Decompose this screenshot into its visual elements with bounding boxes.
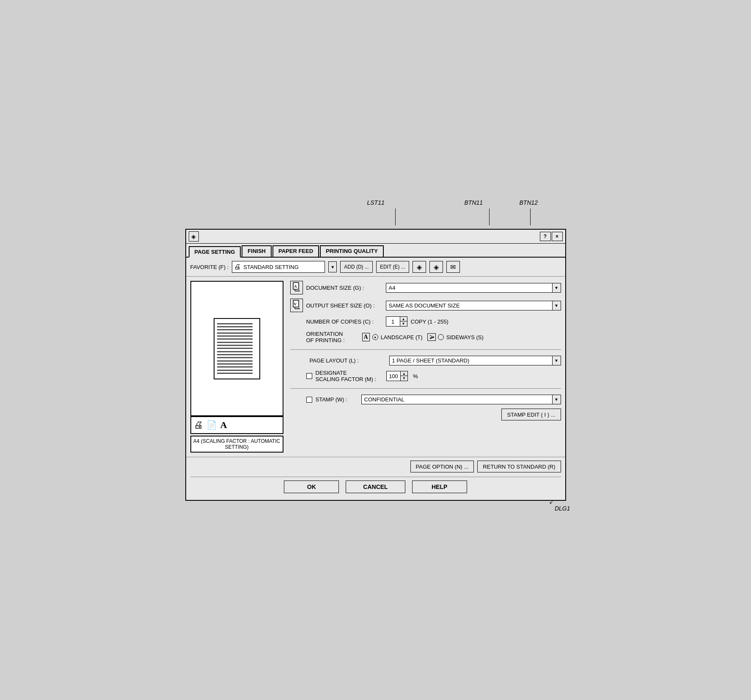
- favorite-label: FAVORITE (F) :: [190, 264, 229, 270]
- tab-printing-quality[interactable]: PRINTING QUALITY: [320, 245, 384, 257]
- ok-button[interactable]: OK: [284, 480, 339, 493]
- orientation-row: ORIENTATIONOF PRINTING : A LANDSCAPE (T)…: [290, 331, 561, 343]
- title-bar-left: ◈: [189, 231, 199, 242]
- return-standard-button[interactable]: RETURN TO STANDARD (R): [477, 461, 561, 472]
- output-sheet-label: OUTPUT SHEET SIZE (O) :: [306, 302, 382, 309]
- preview-info-text: A4 (SCALING FACTOR : AUTOMATIC SETTING): [190, 436, 283, 453]
- title-bar-right: ? ×: [540, 232, 563, 241]
- scaling-spin-up[interactable]: ▲: [401, 371, 407, 376]
- page-option-button[interactable]: PAGE OPTION (N) ...: [410, 461, 474, 472]
- scaling-spin-buttons[interactable]: ▲ ▼: [400, 371, 407, 381]
- orientation-label: ORIENTATIONOF PRINTING :: [306, 331, 357, 343]
- sideways-radio-group: A SIDEWAYS (S): [428, 333, 484, 341]
- page-layout-row: PAGE LAYOUT (L) : 1 PAGE / SHEET (STANDA…: [290, 356, 561, 365]
- dlg1-label: DLG1: [555, 505, 570, 512]
- scaling-row: DESIGNATESCALING FACTOR (M) : 100 ▲ ▼ %: [290, 370, 561, 382]
- btn11-label: BTN11: [465, 199, 483, 206]
- favorite-select[interactable]: 🖨 STANDARD SETTING: [232, 261, 325, 273]
- info-icons: 🖨 📄 A: [190, 416, 283, 434]
- document-size-value: A4: [386, 283, 552, 292]
- app-icon: ◈: [189, 231, 199, 242]
- scaling-spinner[interactable]: 100 ▲ ▼: [386, 371, 408, 381]
- settings-panel: A DOCUMENT SIZE (G) : A4 ▼: [290, 281, 561, 453]
- output-sheet-icon: A: [290, 299, 303, 312]
- close-button[interactable]: ×: [552, 232, 563, 241]
- document-size-row: A DOCUMENT SIZE (G) : A4 ▼: [290, 281, 561, 294]
- lst11-label: LST11: [367, 199, 385, 206]
- landscape-radio[interactable]: [372, 334, 378, 340]
- svg-marker-4: [299, 290, 300, 291]
- output-sheet-row: A OUTPUT SHEET SIZE (O) : SAME AS DOCUME…: [290, 299, 561, 312]
- tab-finish[interactable]: FINISH: [242, 245, 272, 257]
- edit-button[interactable]: EDIT (E) ...: [376, 261, 409, 273]
- dialog: ◈ ? × PAGE SETTING FINISH PAPER FEED PRI…: [185, 229, 566, 501]
- scaling-spin-down[interactable]: ▼: [401, 376, 407, 381]
- add-button[interactable]: ADD (D) ...: [340, 261, 373, 273]
- copies-label: NUMBER OF COPIES (C) :: [306, 318, 382, 325]
- copies-suffix: COPY (1 - 255): [411, 318, 448, 325]
- svg-text:A: A: [294, 284, 297, 288]
- copies-spin-buttons[interactable]: ▲ ▼: [400, 317, 407, 326]
- preview-box: [190, 281, 283, 416]
- stamp-value: CONFIDENTIAL: [362, 395, 552, 404]
- page-layout-value: 1 PAGE / SHEET (STANDARD): [390, 356, 552, 365]
- outer-wrapper: LST11 BTN11 BTN12 ◈ ? × PAGE SETTING FIN…: [185, 199, 566, 501]
- landscape-a-icon: A: [362, 333, 370, 341]
- dlg1-arrow: ↙: [549, 499, 553, 505]
- output-sheet-value: SAME AS DOCUMENT SIZE: [386, 301, 552, 310]
- tab-paper-feed[interactable]: PAPER FEED: [272, 245, 319, 257]
- copies-spin-up[interactable]: ▲: [400, 317, 407, 321]
- favorite-value: STANDARD SETTING: [243, 264, 323, 270]
- page-preview: [214, 318, 260, 379]
- copies-spin-down[interactable]: ▼: [400, 321, 407, 326]
- help-bottom-button[interactable]: HELP: [412, 480, 467, 493]
- copies-spinner[interactable]: 1 ▲ ▼: [386, 316, 407, 327]
- stamp-label: STAMP (W) :: [316, 396, 358, 403]
- stamp-select[interactable]: CONFIDENTIAL ▼: [361, 395, 561, 404]
- sideways-label: SIDEWAYS (S): [446, 334, 484, 340]
- bottom-area: PAGE OPTION (N) ... RETURN TO STANDARD (…: [186, 457, 565, 500]
- copies-value: 1: [386, 318, 400, 326]
- svg-marker-9: [299, 308, 300, 309]
- tab-page-setting[interactable]: PAGE SETTING: [189, 246, 241, 258]
- icon-btn-1[interactable]: ◈: [413, 261, 426, 273]
- favorite-printer-icon: 🖨: [234, 263, 241, 271]
- document-size-select[interactable]: A4 ▼: [386, 283, 561, 293]
- cancel-button[interactable]: CANCEL: [346, 480, 405, 493]
- stamp-checkbox[interactable]: [306, 397, 312, 403]
- output-sheet-select[interactable]: SAME AS DOCUMENT SIZE ▼: [386, 301, 561, 310]
- page-layout-label: PAGE LAYOUT (L) :: [310, 357, 386, 364]
- landscape-radio-group: A LANDSCAPE (T): [362, 333, 423, 341]
- favorite-row: FAVORITE (F) : 🖨 STANDARD SETTING ▼ ADD …: [186, 258, 565, 277]
- copies-row: NUMBER OF COPIES (C) : 1 ▲ ▼ COPY (1 - 2…: [290, 316, 561, 327]
- final-buttons: OK CANCEL HELP: [190, 477, 561, 497]
- favorite-dropdown-arrow[interactable]: ▼: [328, 261, 337, 272]
- divider-2: [290, 388, 561, 389]
- page-options-row: PAGE OPTION (N) ... RETURN TO STANDARD (…: [190, 461, 561, 472]
- stamp-edit-button[interactable]: STAMP EDIT ( I ) ...: [501, 409, 561, 420]
- letter-a-icon: A: [220, 420, 227, 431]
- landscape-label: LANDSCAPE (T): [381, 334, 423, 340]
- stamp-arrow[interactable]: ▼: [552, 395, 561, 404]
- sideways-radio[interactable]: [438, 334, 444, 340]
- btn12-label: BTN12: [520, 199, 538, 206]
- help-button[interactable]: ?: [540, 232, 551, 241]
- preview-panel: 🖨 📄 A A4 (SCALING FACTOR : AUTOMATIC SET…: [190, 281, 283, 453]
- title-bar: ◈ ? ×: [186, 230, 565, 244]
- printer-icon: 🖨: [194, 420, 203, 431]
- scaling-label: DESIGNATESCALING FACTOR (M) :: [316, 370, 377, 382]
- page-layout-select[interactable]: 1 PAGE / SHEET (STANDARD) ▼: [389, 356, 561, 365]
- document-size-icon: A: [290, 281, 303, 294]
- sideways-a-icon: A: [427, 333, 436, 341]
- icon-btn-2[interactable]: ◈: [429, 261, 443, 273]
- output-sheet-arrow[interactable]: ▼: [552, 301, 561, 310]
- icon-btn-email[interactable]: ✉: [446, 261, 460, 273]
- stamp-edit-row: STAMP EDIT ( I ) ...: [290, 409, 561, 420]
- stamp-row: STAMP (W) : CONFIDENTIAL ▼: [290, 395, 561, 404]
- main-content: 🖨 📄 A A4 (SCALING FACTOR : AUTOMATIC SET…: [186, 277, 565, 457]
- tabs-row: PAGE SETTING FINISH PAPER FEED PRINTING …: [186, 244, 565, 258]
- scaling-checkbox[interactable]: [306, 373, 312, 379]
- page-layout-arrow[interactable]: ▼: [552, 356, 561, 365]
- document-size-arrow[interactable]: ▼: [552, 283, 561, 292]
- divider-1: [290, 349, 561, 350]
